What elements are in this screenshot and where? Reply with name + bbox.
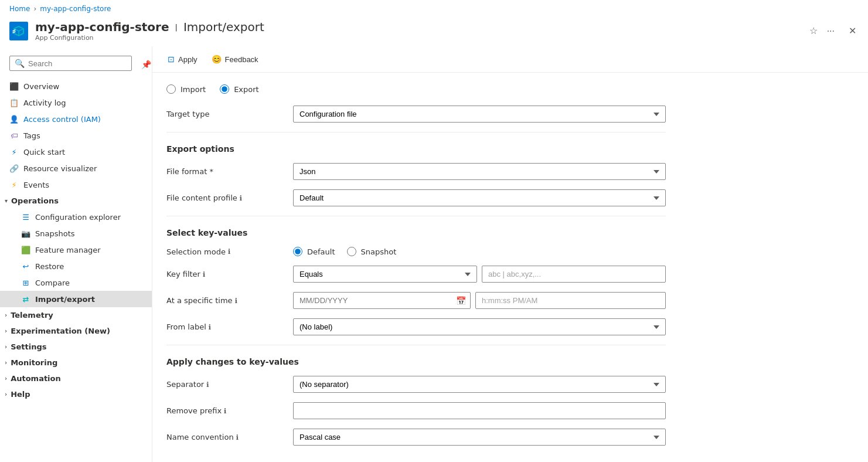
quickstart-icon: ⚡ bbox=[9, 147, 19, 157]
selection-default-radio[interactable] bbox=[293, 247, 302, 256]
time-input[interactable] bbox=[475, 292, 666, 309]
sidebar-item-snapshots[interactable]: 📷 Snapshots bbox=[0, 225, 152, 242]
apply-changes-title: Apply changes to key-values bbox=[166, 357, 666, 366]
operations-section[interactable]: ▾ Operations bbox=[0, 193, 152, 209]
breadcrumb: Home › my-app-config-store bbox=[0, 0, 868, 18]
selection-default-option[interactable]: Default bbox=[293, 247, 335, 256]
separator-label: Separator ℹ bbox=[166, 380, 284, 389]
restore-icon: ↩ bbox=[21, 261, 30, 271]
calendar-icon[interactable]: 📅 bbox=[456, 296, 466, 305]
file-format-label: File format * bbox=[166, 167, 284, 176]
export-option[interactable]: Export bbox=[220, 84, 259, 94]
from-label-select[interactable]: (No label) bbox=[293, 318, 666, 335]
apply-button[interactable]: ⊡ Apply bbox=[162, 51, 203, 67]
sidebar-item-feature-manager[interactable]: 🟩 Feature manager bbox=[0, 242, 152, 258]
sidebar-pin-button[interactable]: 📌 bbox=[139, 59, 152, 70]
specific-time-row: At a specific time ℹ 📅 bbox=[166, 292, 666, 309]
file-content-info-icon[interactable]: ℹ bbox=[240, 194, 243, 202]
key-filter-info-icon[interactable]: ℹ bbox=[203, 270, 206, 278]
settings-chevron: › bbox=[5, 344, 7, 350]
feedback-icon: 😊 bbox=[212, 55, 222, 64]
toolbar: ⊡ Apply 😊 Feedback bbox=[152, 46, 868, 73]
specific-time-info-icon[interactable]: ℹ bbox=[235, 297, 238, 305]
target-type-select[interactable]: Configuration file bbox=[293, 106, 666, 123]
sidebar-item-quickstart[interactable]: ⚡ Quick start bbox=[0, 144, 152, 160]
automation-section[interactable]: › Automation bbox=[0, 371, 152, 386]
key-filter-input[interactable] bbox=[482, 266, 666, 283]
target-type-row: Target type Configuration file bbox=[166, 106, 666, 123]
more-options-button[interactable]: ··· bbox=[825, 23, 837, 39]
sidebar-item-import-export[interactable]: ⇄ Import/export bbox=[0, 291, 152, 307]
sidebar-item-tags[interactable]: 🏷 Tags bbox=[0, 127, 152, 144]
name-convention-info-icon[interactable]: ℹ bbox=[236, 433, 239, 441]
app-config-icon bbox=[9, 22, 28, 40]
sidebar-item-config-explorer[interactable]: ☰ Configuration explorer bbox=[0, 209, 152, 225]
select-kv-title: Select key-values bbox=[166, 228, 666, 237]
search-input[interactable] bbox=[28, 59, 127, 68]
name-convention-row: Name convention ℹ Pascal case Camel case… bbox=[166, 429, 666, 446]
resource-type: App Configuration bbox=[35, 34, 264, 42]
separator-info-icon[interactable]: ℹ bbox=[206, 381, 209, 389]
telemetry-chevron: › bbox=[5, 312, 7, 318]
remove-prefix-input[interactable] bbox=[293, 402, 666, 419]
remove-prefix-info-icon[interactable]: ℹ bbox=[224, 407, 227, 415]
resource-icon: 🔗 bbox=[9, 164, 19, 173]
file-format-select[interactable]: Json Yaml Properties bbox=[293, 163, 666, 180]
telemetry-section[interactable]: › Telemetry bbox=[0, 307, 152, 323]
monitoring-section[interactable]: › Monitoring bbox=[0, 355, 152, 371]
selection-snapshot-radio[interactable] bbox=[347, 247, 356, 256]
from-label-info-icon[interactable]: ℹ bbox=[209, 323, 212, 331]
monitoring-chevron: › bbox=[5, 359, 7, 366]
sidebar-item-restore[interactable]: ↩ Restore bbox=[0, 258, 152, 274]
sidebar-item-activity[interactable]: 📋 Activity log bbox=[0, 94, 152, 111]
remove-prefix-row: Remove prefix ℹ bbox=[166, 402, 666, 419]
export-options-title: Export options bbox=[166, 144, 666, 154]
selection-mode-info-icon[interactable]: ℹ bbox=[228, 247, 231, 256]
import-option[interactable]: Import bbox=[166, 84, 206, 94]
sidebar-item-resource-visualizer[interactable]: 🔗 Resource visualizer bbox=[0, 160, 152, 176]
activity-icon: 📋 bbox=[9, 98, 19, 107]
breadcrumb-home[interactable]: Home bbox=[9, 5, 30, 13]
date-input[interactable] bbox=[293, 292, 471, 309]
separator-select[interactable]: (No separator) . / : ; bbox=[293, 376, 666, 393]
key-filter-select[interactable]: Equals Starts with bbox=[293, 266, 477, 283]
close-button[interactable]: ✕ bbox=[846, 23, 859, 39]
config-icon: ☰ bbox=[21, 212, 30, 222]
key-filter-row: Key filter ℹ Equals Starts with bbox=[166, 266, 666, 283]
snapshots-icon: 📷 bbox=[21, 229, 30, 238]
page-header: my-app-config-store | Import/export App … bbox=[0, 18, 868, 46]
import-radio[interactable] bbox=[166, 84, 176, 94]
file-format-row: File format * Json Yaml Properties bbox=[166, 163, 666, 180]
sidebar: 🔍 📌 « ⬛ Overview 📋 Activity log 👤 Access… bbox=[0, 46, 152, 462]
file-content-select[interactable]: Default KVSet bbox=[293, 189, 666, 206]
specific-time-label: At a specific time ℹ bbox=[166, 296, 284, 305]
feedback-button[interactable]: 😊 Feedback bbox=[206, 51, 264, 67]
from-label-row: From label ℹ (No label) bbox=[166, 318, 666, 335]
breadcrumb-app[interactable]: my-app-config-store bbox=[40, 5, 111, 13]
help-chevron: › bbox=[5, 391, 7, 398]
date-time-group: 📅 bbox=[293, 292, 666, 309]
name-convention-select[interactable]: Pascal case Camel case Upper case Lower … bbox=[293, 429, 666, 446]
export-radio[interactable] bbox=[220, 84, 229, 94]
target-type-control: Configuration file bbox=[293, 106, 666, 123]
main-content: ⊡ Apply 😊 Feedback Import Export bbox=[152, 46, 868, 462]
date-input-wrapper: 📅 bbox=[293, 292, 471, 309]
selection-snapshot-option[interactable]: Snapshot bbox=[347, 247, 397, 256]
from-label-label: From label ℹ bbox=[166, 322, 284, 331]
sidebar-item-events[interactable]: ⚡ Events bbox=[0, 176, 152, 193]
experimentation-section[interactable]: › Experimentation (New) bbox=[0, 323, 152, 339]
sidebar-search[interactable]: 🔍 bbox=[9, 56, 132, 71]
selection-mode-label: Selection mode ℹ bbox=[166, 247, 284, 256]
sidebar-item-iam[interactable]: 👤 Access control (IAM) bbox=[0, 111, 152, 127]
search-icon: 🔍 bbox=[15, 59, 25, 68]
form: Import Export Target type Configuration … bbox=[152, 73, 680, 462]
sidebar-item-compare[interactable]: ⊞ Compare bbox=[0, 274, 152, 291]
feature-icon: 🟩 bbox=[21, 245, 30, 254]
help-section[interactable]: › Help bbox=[0, 386, 152, 402]
file-content-label: File content profile ℹ bbox=[166, 193, 284, 202]
automation-chevron: › bbox=[5, 375, 7, 382]
settings-section[interactable]: › Settings bbox=[0, 339, 152, 355]
remove-prefix-label: Remove prefix ℹ bbox=[166, 406, 284, 415]
sidebar-item-overview[interactable]: ⬛ Overview bbox=[0, 78, 152, 94]
favorite-button[interactable]: ☆ bbox=[807, 23, 820, 39]
